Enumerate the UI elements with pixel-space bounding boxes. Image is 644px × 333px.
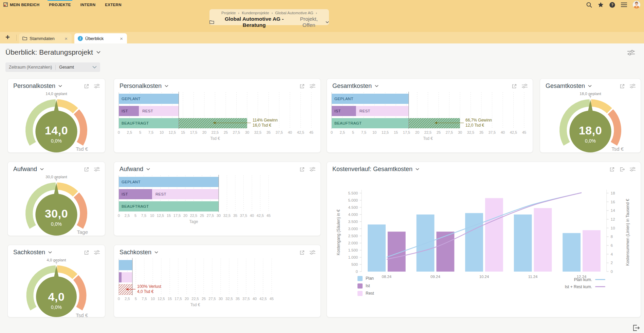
svg-text:2,5: 2,5 (340, 130, 345, 134)
svg-text:7,5: 7,5 (142, 297, 147, 301)
project-title-dropdown[interactable]: Global Automotive AG - Beratung Projekt,… (209, 16, 329, 28)
kennzahlen-zeitraum-filter[interactable]: Zeitraum (Kennzahlen) Gesamt (5, 62, 100, 72)
svg-text:2,5: 2,5 (127, 130, 132, 134)
close-tab-icon[interactable]: × (119, 36, 124, 41)
gauge-chart-area: 30,0 geplant 30,0 0,0% Tage (8, 174, 105, 236)
close-tab-icon[interactable]: × (64, 36, 68, 41)
svg-text:37,5: 37,5 (240, 214, 247, 218)
card-title-dropdown[interactable]: Sachkosten (13, 249, 52, 256)
card-title-dropdown[interactable]: Sachkosten (119, 249, 158, 256)
card-gesamtkosten-gauge: Gesamtkosten 18,0 geplant 18,0 0,0% Tsd … (540, 78, 641, 153)
svg-text:3.500: 3.500 (348, 220, 358, 224)
tab-divider (16, 35, 17, 41)
svg-text:0: 0 (611, 270, 613, 274)
chart-settings-icon[interactable] (309, 167, 316, 172)
nav-projekte[interactable]: PROJEKTE (49, 3, 71, 7)
svg-text:IST: IST (122, 109, 128, 113)
new-tab-button[interactable]: + (5, 34, 10, 41)
breadcrumb-item[interactable]: Global Automotive AG (275, 11, 314, 15)
svg-text:1.500: 1.500 (348, 248, 358, 252)
open-in-window-icon[interactable] (84, 167, 89, 172)
hbar-chart-area: GEPLANTISTRESTBEAUFTRAGT02,557,51012,515… (114, 174, 320, 236)
chart-settings-icon[interactable] (309, 250, 316, 255)
gauge-percent: 0,0% (8, 221, 105, 227)
legend-swatch-plan (357, 276, 363, 281)
svg-text:17,5: 17,5 (173, 214, 181, 218)
tab-stammdaten[interactable]: Stammdaten × (19, 33, 72, 43)
svg-text:4.500: 4.500 (348, 205, 358, 209)
svg-text:2.000: 2.000 (348, 241, 358, 245)
nav-extern[interactable]: EXTERN (105, 3, 121, 7)
chevron-down-icon (146, 168, 150, 170)
card-title-dropdown[interactable]: Kostenverlauf: Gesamtkosten (332, 166, 419, 173)
open-in-window-icon[interactable] (84, 250, 89, 255)
chart-settings-icon[interactable] (94, 250, 100, 255)
legend-item-plan: Plan (357, 275, 374, 282)
card-aufwand-bars: Aufwand GEPLANTISTRESTBEAUFTRAGT02,557,5… (114, 162, 321, 236)
chevron-down-icon (375, 85, 379, 87)
chevron-down-icon (96, 51, 100, 54)
nav-mein-bereich[interactable]: MEIN BEREICH (3, 2, 39, 7)
svg-text:10: 10 (151, 297, 155, 301)
svg-text:Kostensummen (Linien) in Tause: Kostensummen (Linien) in Tausend € (625, 199, 630, 266)
svg-text:17,5: 17,5 (403, 130, 410, 134)
nav-intern[interactable]: INTERN (80, 3, 96, 7)
search-icon[interactable] (586, 2, 592, 8)
open-in-window-icon[interactable] (299, 84, 305, 89)
card-title-dropdown[interactable]: Gesamtkosten (546, 82, 592, 90)
svg-text:10: 10 (372, 130, 376, 134)
folder-icon (209, 20, 214, 24)
card-title-dropdown[interactable]: Personalkosten (119, 82, 168, 90)
nav-label: INTERN (80, 3, 96, 7)
svg-text:REST: REST (360, 109, 370, 113)
help-icon[interactable]: ? (609, 2, 615, 8)
legend-item-plan-kum: Plan kum. (565, 276, 605, 283)
svg-text:2.500: 2.500 (348, 234, 358, 238)
svg-text:32,5: 32,5 (225, 297, 233, 301)
folder-icon (22, 36, 27, 40)
user-avatar[interactable] (632, 1, 641, 9)
top-header: MEIN BEREICH PROJEKTE INTERN EXTERN ? (0, 0, 644, 32)
card-title-dropdown[interactable]: Aufwand (13, 166, 44, 173)
favorites-star-icon[interactable] (597, 2, 604, 8)
chart-settings-icon[interactable] (629, 84, 636, 89)
svg-text:Tage: Tage (189, 219, 198, 224)
breadcrumb-item[interactable]: Projekte (221, 11, 236, 15)
svg-text:30: 30 (217, 214, 221, 218)
svg-text:15: 15 (181, 130, 185, 134)
page-title-dropdown[interactable]: Überblick: Beratungsprojekt (5, 48, 100, 56)
open-in-window-icon[interactable] (512, 84, 517, 89)
card-title-dropdown[interactable]: Aufwand (119, 166, 150, 173)
breadcrumb-separator: › (316, 11, 317, 15)
svg-text:11.24: 11.24 (528, 275, 538, 279)
chart-settings-icon[interactable] (629, 167, 636, 172)
dashboard-settings-icon[interactable] (627, 50, 635, 56)
svg-text:0: 0 (118, 297, 120, 301)
svg-text:10: 10 (611, 226, 615, 230)
svg-text:IST: IST (122, 192, 128, 196)
breadcrumb-panel: Projekte › Kundenprojekte › Global Autom… (209, 9, 329, 25)
workspace-icon (3, 2, 8, 7)
export-icon[interactable] (619, 167, 625, 172)
svg-text:35: 35 (266, 130, 271, 134)
chart-settings-icon[interactable] (521, 84, 528, 89)
open-in-window-icon[interactable] (299, 250, 305, 255)
card-title-dropdown[interactable]: Personalkosten (13, 82, 62, 90)
open-in-window-icon[interactable] (620, 84, 625, 89)
open-in-window-icon[interactable] (299, 167, 305, 172)
project-name: Global Automotive AG - Beratung (216, 16, 292, 28)
menu-icon[interactable] (621, 2, 627, 7)
project-status: Projekt, Offen (294, 16, 324, 28)
nav-label: MEIN BEREICH (10, 3, 39, 7)
svg-text:0: 0 (118, 130, 120, 134)
chart-settings-icon[interactable] (94, 84, 100, 89)
open-in-window-icon[interactable] (609, 167, 615, 172)
breadcrumb: Projekte › Kundenprojekte › Global Autom… (209, 11, 329, 15)
tab-ueberblick[interactable]: i Überblick × (74, 33, 127, 43)
open-in-window-icon[interactable] (84, 84, 89, 89)
chart-settings-icon[interactable] (94, 167, 100, 172)
chart-settings-icon[interactable] (309, 84, 316, 89)
logout-icon[interactable] (632, 324, 640, 332)
breadcrumb-item[interactable]: Kundenprojekte (242, 11, 269, 15)
card-title-dropdown[interactable]: Gesamtkosten (332, 82, 379, 90)
